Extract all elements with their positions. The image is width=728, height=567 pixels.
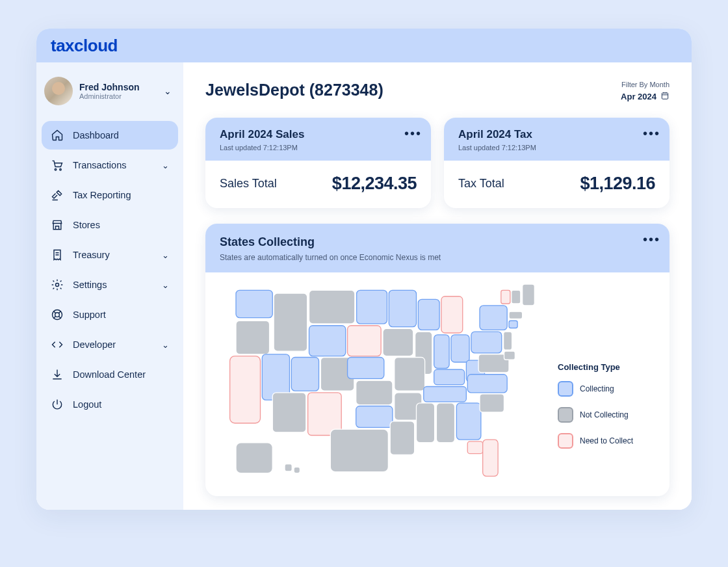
metric-label: Tax Total	[458, 177, 504, 191]
cart-icon	[51, 159, 64, 172]
state-TX	[330, 429, 388, 472]
state-TN	[424, 387, 467, 402]
state-KY	[434, 369, 465, 384]
state-AZ	[272, 393, 306, 432]
receipt-icon	[51, 248, 64, 261]
state-NH	[512, 290, 521, 304]
svg-point-1	[60, 168, 62, 170]
nav: Dashboard Transactions ⌄ Tax Reporting	[42, 121, 178, 419]
card-title: April 2024 Sales	[220, 128, 417, 141]
state-KS	[356, 380, 393, 405]
state-MA	[509, 311, 523, 319]
state-OR	[236, 321, 270, 354]
state-WY	[309, 326, 346, 356]
chevron-down-icon: ⌄	[162, 161, 169, 170]
nav-treasury[interactable]: Treasury ⌄	[42, 241, 178, 269]
state-AK	[236, 443, 272, 473]
filter-label: Filter By Month	[621, 81, 670, 88]
chevron-down-icon: ⌄	[162, 340, 169, 350]
card-subtitle: States are automatically turned on once …	[220, 253, 655, 262]
state-OH	[451, 335, 469, 362]
nav-dashboard[interactable]: Dashboard	[42, 121, 178, 150]
map-legend: Collecting Type Collecting Not Collectin…	[558, 284, 655, 482]
filter-value-text: Apr 2024	[621, 92, 656, 101]
state-SD	[348, 326, 382, 356]
card-menu-button[interactable]: •••	[404, 127, 422, 140]
download-icon	[51, 368, 64, 381]
main-content: JewelsDepot (8273348) Filter By Month Ap…	[183, 62, 692, 510]
home-icon	[51, 129, 64, 142]
state-WA	[236, 290, 272, 317]
card-title: States Collecting	[220, 235, 655, 249]
card-subtitle: Last updated 7:12:13PM	[220, 144, 417, 152]
legend-title: Collecting Type	[558, 362, 655, 372]
nav-label: Developer	[73, 339, 116, 350]
nav-download-center[interactable]: Download Center	[42, 360, 178, 389]
month-filter[interactable]: Apr 2024	[621, 91, 670, 102]
state-MN	[389, 290, 416, 326]
nav-label: Logout	[73, 399, 101, 410]
state-GA	[456, 403, 481, 440]
state-NE	[348, 358, 384, 379]
chevron-down-icon: ⌄	[162, 250, 169, 260]
nav-developer[interactable]: Developer ⌄	[42, 330, 178, 359]
state-CT	[509, 321, 517, 328]
state-FL	[483, 440, 498, 476]
lifebuoy-icon	[51, 308, 64, 321]
state-AL	[436, 403, 454, 443]
state-WI	[418, 299, 439, 330]
chevron-down-icon: ⌄	[164, 86, 172, 96]
nav-stores[interactable]: Stores	[42, 211, 178, 239]
nav-logout[interactable]: Logout	[42, 390, 178, 419]
state-MI	[441, 297, 463, 333]
nav-label: Tax Reporting	[73, 190, 131, 200]
svg-rect-5	[662, 93, 668, 99]
state-CA	[230, 356, 261, 423]
nav-tax-reporting[interactable]: Tax Reporting	[42, 181, 178, 209]
state-UT	[291, 358, 318, 391]
titlebar: taxcloud	[36, 29, 692, 62]
nav-label: Transactions	[73, 160, 126, 170]
power-icon	[51, 398, 64, 411]
state-HI2	[294, 467, 300, 473]
state-PA	[471, 332, 502, 353]
swatch-not-collecting-icon	[558, 407, 573, 423]
state-NC	[467, 375, 507, 393]
state-SC	[480, 394, 504, 412]
metric-value: $12,234.35	[332, 174, 417, 194]
nav-label: Stores	[73, 220, 100, 230]
state-HI	[285, 464, 292, 471]
card-menu-button[interactable]: •••	[643, 233, 660, 246]
profile-switcher[interactable]: Fred Johnson Administrator ⌄	[42, 73, 178, 114]
legend-not-collecting: Not Collecting	[558, 407, 655, 423]
nav-support[interactable]: Support	[42, 300, 178, 329]
state-FL-panhandle	[467, 442, 482, 454]
state-ME	[523, 284, 535, 306]
nav-label: Support	[73, 310, 106, 320]
legend-collecting: Collecting	[558, 381, 655, 397]
nav-label: Dashboard	[73, 130, 119, 140]
tax-card: April 2024 Tax Last updated 7:12:13PM ••…	[444, 118, 670, 208]
code-icon	[51, 338, 64, 351]
state-IN	[434, 335, 449, 369]
swatch-collecting-icon	[558, 381, 573, 397]
card-menu-button[interactable]: •••	[643, 127, 660, 140]
state-NY	[480, 306, 507, 330]
nav-settings[interactable]: Settings ⌄	[42, 270, 178, 299]
swatch-need-icon	[558, 433, 573, 449]
page-title: JewelsDepot (8273348)	[205, 81, 384, 99]
us-map[interactable]	[220, 284, 545, 482]
state-MT	[309, 290, 355, 324]
svg-point-0	[55, 168, 57, 170]
state-MS	[417, 403, 435, 443]
states-collecting-card: States Collecting States are automatical…	[205, 224, 670, 496]
profile-role: Administrator	[79, 92, 157, 100]
state-ND	[357, 290, 387, 324]
sidebar: Fred Johnson Administrator ⌄ Dashboard T…	[36, 62, 183, 510]
state-MD	[504, 351, 515, 360]
state-OK	[356, 406, 393, 428]
chevron-down-icon: ⌄	[162, 280, 169, 290]
app-window: taxcloud Fred Johnson Administrator ⌄ Da…	[36, 29, 692, 510]
nav-transactions[interactable]: Transactions ⌄	[42, 151, 178, 179]
gavel-icon	[51, 189, 64, 202]
